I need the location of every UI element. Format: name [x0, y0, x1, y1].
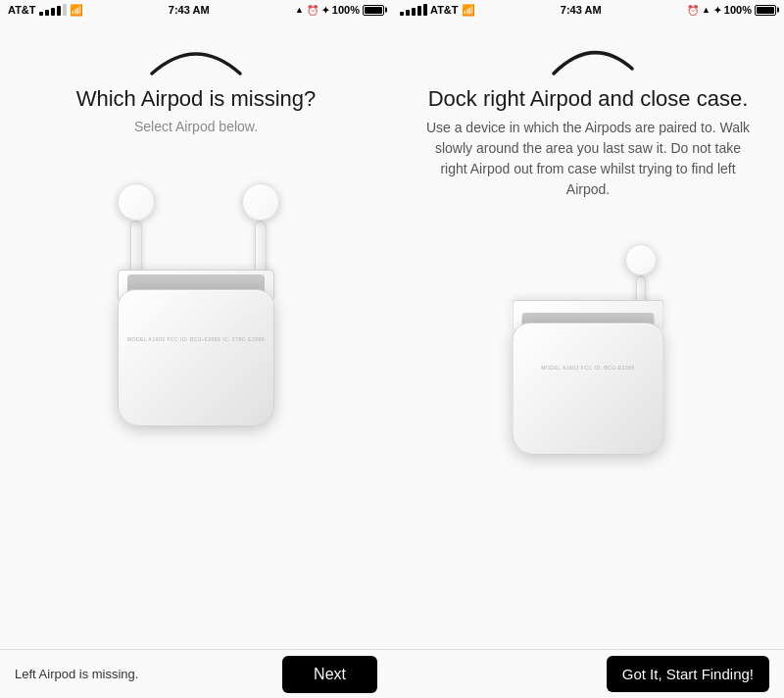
left-signal-dots — [39, 4, 67, 16]
case-only-illustration: MODEL A1602 FCC ID: BCG-E2086 — [490, 220, 686, 455]
left-location-icon: ▲ — [295, 5, 304, 15]
signal-dot-3 — [51, 8, 55, 16]
left-bottom-bar: Left Airpod is missing. Next — [0, 649, 392, 698]
right-status-right: ⏰ ▲ ✦ 100% — [687, 4, 776, 16]
airpods-illustration: MODEL A1602 FCC ID: BCG-E2086 IC: 579C-E… — [88, 152, 304, 426]
left-status-right: ▲ ⏰ ✦ 100% — [295, 4, 384, 16]
left-arc-icon — [137, 29, 255, 78]
right-battery-fill — [757, 7, 774, 14]
left-alarm-icon: ⏰ — [307, 5, 318, 16]
right-carrier: AT&T — [430, 4, 459, 16]
signal-dot-2 — [45, 10, 49, 16]
signal-dot-4 — [57, 6, 61, 16]
left-battery-pct: 100% — [332, 4, 360, 16]
r-signal-dot-5 — [423, 4, 427, 16]
case-body: MODEL A1602 FCC ID: BCG-E2086 IC: 579C-E… — [118, 289, 274, 426]
left-time: 7:43 AM — [169, 4, 210, 16]
left-phone-screen: AT&T 📶 7:43 AM ▲ ⏰ ✦ 100% — [0, 0, 392, 698]
right-battery-icon — [755, 5, 776, 16]
right-title: Dock right Airpod and close case. — [428, 86, 749, 112]
case-detail-text: MODEL A1602 FCC ID: BCG-E2086 IC: 579C-E… — [127, 336, 265, 342]
r-signal-dot-2 — [406, 10, 410, 16]
right-arc-container — [412, 29, 764, 78]
r-signal-dot-4 — [417, 6, 421, 16]
right-alarm-icon: ⏰ — [687, 5, 699, 16]
case-only-detail: MODEL A1602 FCC ID: BCG-E2086 — [541, 365, 634, 371]
right-location-icon: ▲ — [702, 5, 710, 15]
case-only-body: MODEL A1602 FCC ID: BCG-E2086 — [513, 323, 664, 455]
left-battery-icon — [363, 5, 384, 16]
start-finding-button[interactable]: Got It, Start Finding! — [607, 656, 769, 692]
right-content: Dock right Airpod and close case. Use a … — [392, 20, 784, 649]
signal-dot-5 — [63, 4, 67, 16]
left-title: Which Airpod is missing? — [76, 86, 317, 112]
right-wifi-icon: 📶 — [462, 4, 475, 17]
right-earbud-head — [242, 183, 279, 221]
left-bluetooth-icon: ✦ — [321, 5, 329, 16]
right-bottom-bar: Got It, Start Finding! — [392, 649, 784, 698]
next-button[interactable]: Next — [282, 656, 377, 693]
left-status-bar: AT&T 📶 7:43 AM ▲ ⏰ ✦ 100% — [0, 0, 392, 20]
right-signal-dots — [400, 4, 427, 16]
r-signal-dot-3 — [412, 8, 416, 16]
right-status-left: AT&T 📶 — [400, 4, 475, 17]
left-status-left: AT&T 📶 — [8, 4, 83, 17]
right-time: 7:43 AM — [561, 4, 602, 16]
right-phone-screen: AT&T 📶 7:43 AM ⏰ ▲ ✦ 100% Dock right Air… — [392, 0, 784, 698]
left-wifi-icon: 📶 — [70, 4, 83, 17]
left-subtitle: Select Airpod below. — [134, 118, 258, 137]
left-arc-container — [20, 29, 372, 78]
r-signal-dot-1 — [400, 12, 404, 16]
left-missing-status: Left Airpod is missing. — [15, 667, 138, 681]
right-status-bar: AT&T 📶 7:43 AM ⏰ ▲ ✦ 100% — [392, 0, 784, 20]
right-battery-pct: 100% — [724, 4, 752, 16]
left-content: Which Airpod is missing? Select Airpod b… — [0, 20, 392, 649]
left-battery-fill — [365, 7, 382, 14]
signal-dot-1 — [39, 12, 43, 16]
left-earbud-head — [118, 183, 155, 221]
right-only-head — [625, 244, 657, 275]
airpods-full-image: MODEL A1602 FCC ID: BCG-E2086 IC: 579C-E… — [20, 147, 372, 649]
case-only-image: MODEL A1602 FCC ID: BCG-E2086 — [412, 210, 764, 649]
left-carrier: AT&T — [8, 4, 36, 16]
right-instructions: Use a device in which the Airpods are pa… — [412, 118, 764, 200]
right-arc-icon — [529, 29, 647, 78]
right-bluetooth-icon: ✦ — [713, 5, 721, 16]
